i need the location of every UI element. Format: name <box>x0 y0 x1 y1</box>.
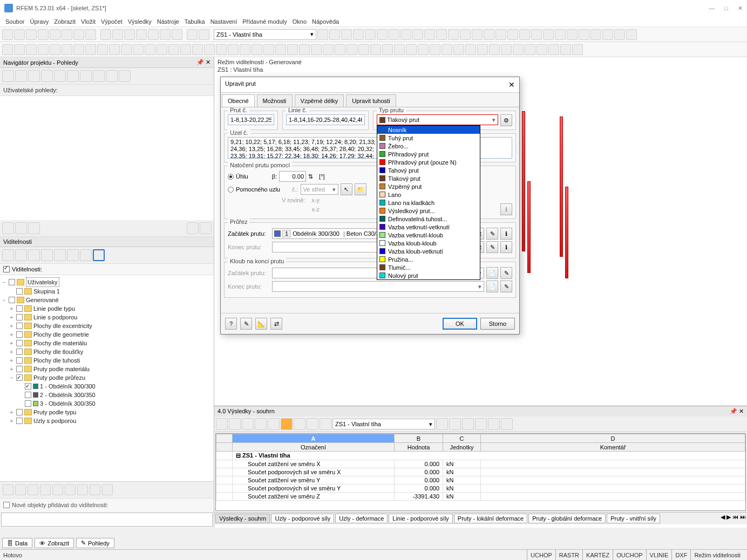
status-cell[interactable]: RASTR <box>555 550 582 560</box>
beta-input[interactable] <box>279 171 306 182</box>
menu-nastaveni[interactable]: Nastavení <box>210 18 237 25</box>
tool-button[interactable] <box>436 29 447 40</box>
tool-button[interactable] <box>26 44 37 55</box>
tool-button[interactable] <box>121 44 132 55</box>
tool-button[interactable] <box>14 44 25 55</box>
result-tab[interactable]: Pruty - vnitřní síly <box>607 514 660 523</box>
bottom-tab-pohledy[interactable]: ✎ Pohledy <box>76 538 114 548</box>
result-tab[interactable]: Uzly - deformace <box>335 514 388 523</box>
dropdown-item[interactable]: Příhradový prut <box>377 150 480 158</box>
tool-button[interactable] <box>358 44 369 55</box>
tool-button[interactable] <box>109 44 120 55</box>
dropdown-item[interactable]: Tlakový prut <box>377 174 480 182</box>
vis-tool[interactable] <box>41 249 53 261</box>
tool-button[interactable] <box>507 29 518 40</box>
hinge-new-button[interactable]: 📄 <box>486 281 498 292</box>
dropdown-item[interactable]: Definovatelná tuhost... <box>377 215 480 223</box>
tool-button[interactable] <box>579 29 589 40</box>
tool-button[interactable] <box>26 29 37 40</box>
res-tool[interactable] <box>229 418 241 430</box>
tool-button[interactable] <box>347 44 357 55</box>
tool-button[interactable] <box>192 44 203 55</box>
nav-tool[interactable] <box>65 484 76 495</box>
tool-button[interactable] <box>567 29 578 40</box>
res-tool[interactable] <box>501 418 513 430</box>
tool-button[interactable] <box>100 29 111 40</box>
help-button[interactable]: ? <box>225 318 237 330</box>
menu-vysledky[interactable]: Výsledky <box>128 18 152 25</box>
menu-upravy[interactable]: Úpravy <box>30 18 49 25</box>
res-tool[interactable] <box>475 418 487 430</box>
tool-button[interactable] <box>287 44 298 55</box>
tool-button[interactable] <box>377 29 388 40</box>
nav-tool[interactable] <box>41 70 53 82</box>
dropdown-item[interactable]: Nulový prut <box>377 271 480 279</box>
menu-nastroje[interactable]: Nástroje <box>157 18 179 25</box>
results-lc-combo[interactable]: ZS1 - Vlastní tíha▾ <box>332 419 435 429</box>
tab-scroll-icon[interactable]: ◀ ▶ ⏮ ⏭ <box>721 514 746 523</box>
tool-button[interactable] <box>50 44 60 55</box>
menu-soubor[interactable]: Soubor <box>5 18 24 25</box>
tool-button[interactable] <box>199 29 209 40</box>
folder-button[interactable]: 📁 <box>355 183 366 195</box>
tool-button[interactable] <box>187 29 198 40</box>
tool-button[interactable] <box>484 29 494 40</box>
nav-tool[interactable] <box>28 484 38 495</box>
menu-moduly[interactable]: Přídavné moduly <box>242 18 287 25</box>
tool-button[interactable] <box>626 29 637 40</box>
status-cell[interactable]: OUCHOP <box>613 550 646 560</box>
nav-tool[interactable] <box>102 484 113 495</box>
tool-button[interactable] <box>477 44 488 55</box>
prut-number-input[interactable] <box>228 114 274 125</box>
tool-button[interactable] <box>299 44 310 55</box>
result-tab[interactable]: Uzly - podporové síly <box>271 514 334 523</box>
menu-bar[interactable]: Soubor Úpravy Zobrazit Vložit Výpočet Vý… <box>0 16 747 27</box>
tool-button[interactable] <box>519 29 530 40</box>
tool-button[interactable] <box>453 44 464 55</box>
hinge-new-button[interactable]: 📄 <box>486 267 498 279</box>
tool-button[interactable] <box>133 44 144 55</box>
visibility-tree[interactable]: −Uživatelsky Skupina 1 −Generované +Lini… <box>0 275 214 481</box>
status-cell[interactable]: Režim viditelnosti <box>690 550 744 560</box>
status-cell[interactable]: KARTÉZ <box>582 550 613 560</box>
tool-button[interactable] <box>472 29 483 40</box>
nav-tool[interactable] <box>80 70 92 82</box>
swap-button[interactable]: ⇄ <box>270 318 282 330</box>
tool-button[interactable] <box>73 29 84 40</box>
tool-button[interactable] <box>400 29 411 40</box>
result-tab[interactable]: Linie - podporové síly <box>389 514 453 523</box>
res-tool[interactable] <box>449 418 461 430</box>
tool-button[interactable] <box>275 44 286 55</box>
tool-button[interactable] <box>412 29 423 40</box>
tool-button[interactable] <box>62 44 72 55</box>
res-tool[interactable] <box>488 418 500 430</box>
tool-button[interactable] <box>180 44 191 55</box>
menu-vlozit[interactable]: Vložit <box>81 18 96 25</box>
tool-button[interactable] <box>382 44 393 55</box>
dropdown-item[interactable]: Lano <box>377 190 480 199</box>
tool-button[interactable] <box>531 29 542 40</box>
dropdown-item[interactable]: Vazba vetknutí-kloub <box>377 231 480 239</box>
tab-obecne[interactable]: Obecné <box>222 94 255 107</box>
res-tool[interactable] <box>294 418 305 430</box>
tool-button[interactable] <box>145 44 155 55</box>
dropdown-item[interactable]: Pružina... <box>377 255 480 263</box>
section-info-button[interactable]: ℹ <box>500 241 512 253</box>
vis-tool[interactable] <box>67 249 79 261</box>
dropdown-item[interactable]: Vzpěrný prut <box>377 182 480 190</box>
vis-tool-active[interactable] <box>93 249 105 261</box>
section-edit-button[interactable]: ✎ <box>486 228 498 240</box>
hinge-edit-button[interactable]: ✎ <box>500 267 512 279</box>
tool-button[interactable] <box>148 29 159 40</box>
status-cell[interactable]: DXF <box>671 550 690 560</box>
storno-button[interactable]: Storno <box>480 318 515 330</box>
nav-tool[interactable] <box>2 70 14 82</box>
tool-button[interactable] <box>365 29 376 40</box>
res-tool-active[interactable] <box>281 418 293 430</box>
tool-button[interactable] <box>548 44 559 55</box>
tool-button[interactable] <box>97 44 108 55</box>
line-number-input[interactable] <box>286 114 365 125</box>
tool-button[interactable] <box>124 29 135 40</box>
tool-button[interactable] <box>168 44 179 55</box>
res-tool[interactable] <box>462 418 474 430</box>
